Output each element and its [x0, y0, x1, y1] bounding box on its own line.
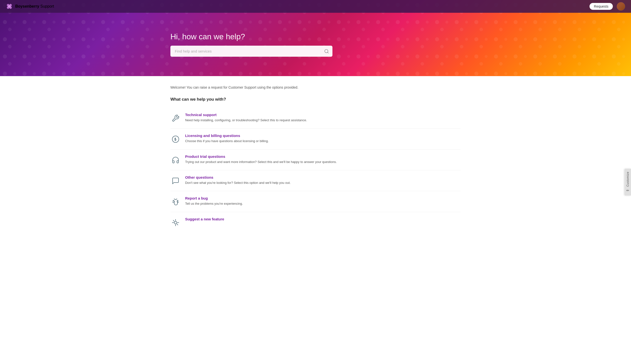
- technical-support-desc: Need help installing, configuring, or tr…: [185, 118, 307, 122]
- report-bug-icon: [170, 196, 181, 207]
- other-questions-desc: Don't see what you're looking for? Selec…: [185, 181, 290, 184]
- service-item-report-bug[interactable]: Report a bug Tell us the problems you're…: [170, 191, 460, 212]
- logo-area: Boysenberry Support: [6, 3, 54, 10]
- search-bar: [170, 46, 332, 57]
- customize-label: Customize: [626, 172, 630, 186]
- service-list: Technical support Need help installing, …: [170, 108, 460, 233]
- other-questions-title: Other questions: [185, 175, 460, 180]
- product-trial-desc: Trying out our product and want more inf…: [185, 160, 337, 164]
- service-item-other-questions[interactable]: Other questions Don't see what you're lo…: [170, 170, 460, 191]
- product-trial-title: Product trial questions: [185, 154, 460, 158]
- logo-text: Boysenberry Support: [15, 4, 54, 8]
- report-bug-desc: Tell us the problems you're experiencing…: [185, 202, 243, 206]
- avatar[interactable]: [617, 2, 625, 10]
- search-button[interactable]: [324, 49, 329, 54]
- licensing-billing-title: Licensing and billing questions: [185, 134, 460, 138]
- main-content: Welcome! You can raise a request for Cus…: [0, 76, 631, 364]
- svg-point-4: [8, 5, 10, 8]
- product-trial-info: Product trial questions Trying out our p…: [185, 154, 460, 164]
- technical-support-title: Technical support: [185, 113, 460, 117]
- service-item-product-trial[interactable]: Product trial questions Trying out our p…: [170, 150, 460, 170]
- technical-support-info: Technical support Need help installing, …: [185, 113, 460, 123]
- requests-button[interactable]: Requests: [590, 3, 613, 10]
- pencil-icon: ✏: [626, 188, 629, 192]
- licensing-billing-info: Licensing and billing questions Choose t…: [185, 134, 460, 144]
- customize-tab[interactable]: Customize ✏: [624, 168, 631, 196]
- service-item-technical-support[interactable]: Technical support Need help installing, …: [170, 108, 460, 128]
- welcome-text: Welcome! You can raise a request for Cus…: [170, 85, 460, 90]
- report-bug-title: Report a bug: [185, 196, 460, 200]
- svg-line-13: [177, 224, 178, 225]
- licensing-billing-icon: [170, 134, 181, 144]
- hero-title: Hi, how can we help?: [170, 32, 245, 41]
- svg-line-6: [328, 52, 328, 53]
- suggest-feature-title: Suggest a new feature: [185, 217, 460, 221]
- search-icon: [324, 49, 329, 54]
- technical-support-icon: [170, 113, 181, 124]
- service-item-suggest-feature[interactable]: Suggest a new feature: [170, 212, 460, 233]
- service-item-licensing-billing[interactable]: Licensing and billing questions Choose t…: [170, 128, 460, 150]
- svg-line-12: [173, 220, 174, 222]
- other-questions-icon: [170, 176, 181, 186]
- product-trial-icon: [170, 155, 181, 165]
- header-actions: Requests: [590, 2, 625, 10]
- search-input[interactable]: [170, 46, 332, 57]
- report-bug-info: Report a bug Tell us the problems you're…: [185, 196, 460, 206]
- other-questions-info: Other questions Don't see what you're lo…: [185, 175, 460, 185]
- logo-icon: [6, 3, 13, 10]
- suggest-feature-info: Suggest a new feature: [185, 217, 460, 222]
- site-header: Boysenberry Support Requests: [0, 0, 631, 13]
- svg-point-16: [174, 222, 177, 224]
- licensing-billing-desc: Choose this if you have questions about …: [185, 139, 268, 143]
- section-title: What can we help you with?: [170, 97, 460, 102]
- suggest-feature-icon: [170, 218, 181, 228]
